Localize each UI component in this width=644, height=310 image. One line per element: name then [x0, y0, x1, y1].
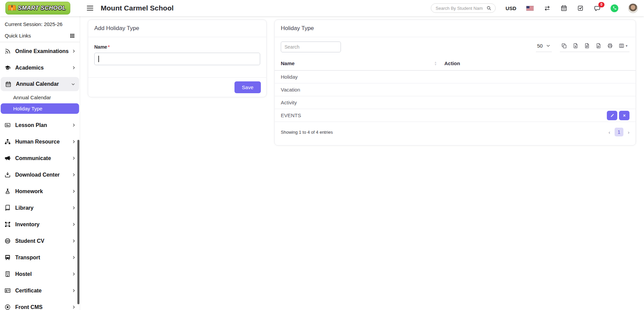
notification-badge: 0 — [598, 2, 604, 7]
sidebar-item-inventory[interactable]: Inventory — [0, 216, 80, 233]
sidebar-item-label: Front CMS — [15, 304, 43, 310]
edit-button[interactable] — [607, 111, 617, 120]
sidebar-item-human-resource[interactable]: Human Resource — [0, 133, 80, 150]
chevron-right-icon — [72, 123, 76, 127]
sidebar-item-label: Library — [15, 205, 33, 211]
sidebar-item-student-cv[interactable]: Student CV — [0, 233, 80, 249]
sidebar-subitem-holiday-type[interactable]: Holiday Type — [1, 103, 79, 114]
chevron-right-icon — [72, 272, 76, 276]
current-session-label: Current Session: 2025-26 — [0, 16, 80, 27]
object-group-icon — [4, 221, 12, 228]
student-cv-icon — [4, 238, 12, 244]
pagination-prev[interactable]: ‹ — [609, 129, 610, 135]
quick-links-row: Quick Links — [0, 27, 80, 42]
row-name-cell: Vacation — [275, 83, 438, 96]
export-button-group: ▼ — [560, 42, 629, 52]
sidebar-item-label: Communicate — [15, 155, 51, 161]
top-header: SMART SCHOOL Mount Carmel School USD 0 — [0, 0, 644, 16]
phone-icon — [612, 6, 617, 10]
sidebar-item-front-cms[interactable]: Front CMS — [0, 299, 80, 310]
logo-text: SMART SCHOOL — [18, 5, 66, 11]
pdf-icon[interactable] — [596, 43, 601, 49]
sidebar-item-label: Annual Calendar — [16, 81, 59, 87]
name-input[interactable] — [94, 53, 260, 65]
global-search-input[interactable] — [435, 5, 484, 11]
front-cms-icon — [4, 304, 12, 310]
user-avatar[interactable] — [628, 3, 638, 13]
name-field-label: Name* — [94, 44, 260, 50]
sitemap-icon — [4, 138, 12, 145]
chevron-right-icon — [72, 173, 76, 177]
sidebar-item-academics[interactable]: Academics — [0, 59, 80, 76]
sidebar-item-label: Download Center — [15, 172, 60, 178]
excel-icon[interactable] — [573, 43, 578, 49]
hamburger-menu-icon[interactable] — [87, 6, 93, 11]
sidebar-item-certificate[interactable]: Certificate — [0, 282, 80, 299]
sidebar-menu: Online ExaminationsAcademicsAnnual Calen… — [0, 42, 80, 310]
save-button[interactable]: Save — [234, 81, 261, 93]
sidebar-item-homework[interactable]: Homework — [0, 183, 80, 200]
chevron-down-icon — [71, 82, 75, 86]
newspaper-icon — [4, 122, 12, 129]
sidebar-item-hostel[interactable]: Hostel — [0, 266, 80, 282]
sidebar-subitem-annual-calendar[interactable]: Annual Calendar — [1, 92, 79, 102]
columns-icon[interactable]: ▼ — [619, 43, 628, 49]
required-asterisk: * — [108, 44, 109, 50]
sidebar-item-label: Academics — [15, 65, 44, 71]
row-action-cell — [438, 71, 636, 83]
header-right: USD 0 — [431, 3, 644, 13]
sidebar-item-online-examinations[interactable]: Online Examinations — [0, 43, 80, 59]
row-action-cell — [438, 83, 636, 96]
grid-icon[interactable] — [70, 33, 75, 38]
main-content: Add Holiday Type Name* Save Holiday Type… — [80, 16, 644, 310]
sidebar-item-transport[interactable]: Transport — [0, 249, 80, 266]
csv-icon[interactable] — [584, 43, 590, 49]
exchange-icon[interactable] — [544, 5, 551, 12]
language-flag-icon[interactable] — [526, 6, 534, 11]
building-icon — [4, 271, 12, 278]
logo-zone: SMART SCHOOL — [0, 2, 80, 15]
row-action-cell — [438, 109, 636, 122]
delete-button[interactable] — [619, 111, 629, 120]
chevron-right-icon — [72, 206, 76, 210]
sidebar-item-lesson-plan[interactable]: Lesson Plan — [0, 117, 80, 133]
table-row-events: EVENTS — [275, 109, 636, 122]
page-size-value: 50 — [537, 43, 543, 49]
sidebar-item-label: Certificate — [15, 288, 42, 294]
chat-icon[interactable]: 0 — [594, 5, 601, 12]
sidebar-item-library[interactable]: Library — [0, 200, 80, 216]
smart-school-logo[interactable]: SMART SCHOOL — [5, 2, 70, 15]
sidebar-item-annual-calendar[interactable]: Annual Calendar — [1, 77, 79, 91]
column-header-name[interactable]: Name ▲▼ — [275, 56, 438, 71]
print-icon[interactable] — [607, 43, 613, 49]
table-search-input[interactable] — [281, 42, 341, 52]
chevron-right-icon — [72, 49, 76, 53]
add-holiday-type-card: Add Holiday Type Name* Save — [88, 20, 267, 97]
row-name-cell: Activity — [275, 96, 438, 109]
chevron-right-icon — [72, 222, 76, 227]
search-icon[interactable] — [486, 5, 492, 11]
sidebar-item-label: Transport — [15, 255, 40, 261]
row-name-cell: EVENTS — [275, 109, 438, 122]
whatsapp-icon[interactable] — [611, 4, 618, 12]
flask-icon — [4, 188, 12, 195]
chevron-right-icon — [72, 189, 76, 193]
pagination-page-1[interactable]: 1 — [615, 128, 623, 136]
x-icon — [622, 113, 627, 118]
global-search — [431, 3, 496, 13]
chevron-right-icon — [72, 305, 76, 309]
pagination-next[interactable]: › — [628, 129, 629, 135]
currency-label[interactable]: USD — [505, 5, 516, 11]
calendar-icon[interactable] — [561, 5, 567, 11]
task-check-icon[interactable] — [577, 5, 584, 11]
list-card-title: Holiday Type — [275, 20, 636, 37]
holiday-type-list-card: Holiday Type 50 ▼ Name ▲▼ Action — [274, 20, 636, 146]
sidebar-item-communicate[interactable]: Communicate — [0, 150, 80, 166]
sidebar-item-download-center[interactable]: Download Center — [0, 166, 80, 183]
sidebar-scrollbar[interactable] — [77, 140, 79, 304]
copy-icon[interactable] — [561, 43, 567, 49]
chevron-right-icon — [72, 139, 76, 144]
school-name-title: Mount Carmel School — [101, 4, 174, 12]
page-size-select[interactable]: 50 — [536, 42, 552, 52]
book-icon — [4, 205, 12, 211]
